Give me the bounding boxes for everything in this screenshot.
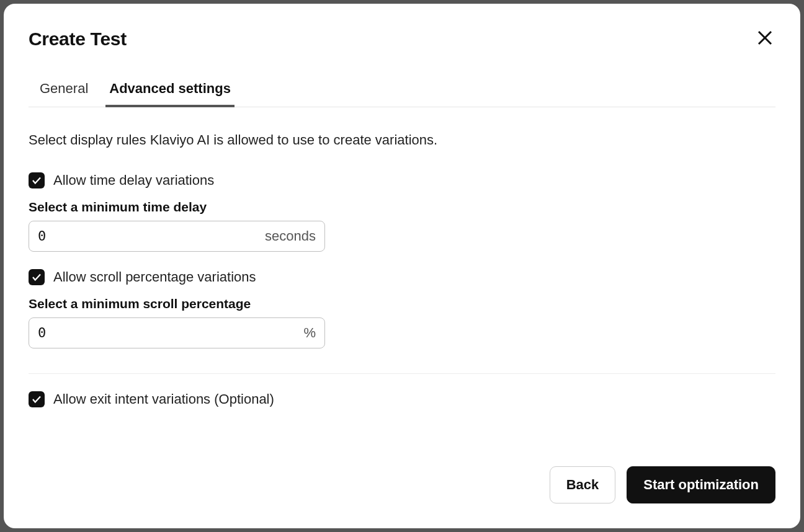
time-delay-suffix: seconds bbox=[259, 221, 324, 251]
tabs: General Advanced settings bbox=[29, 81, 775, 107]
check-icon bbox=[31, 175, 42, 186]
modal-title: Create Test bbox=[29, 29, 127, 50]
tab-general[interactable]: General bbox=[40, 81, 88, 107]
time-delay-checkbox-row: Allow time delay variations bbox=[29, 172, 775, 188]
start-optimization-button[interactable]: Start optimization bbox=[627, 466, 775, 503]
exit-intent-checkbox[interactable] bbox=[29, 391, 45, 407]
back-button[interactable]: Back bbox=[550, 466, 616, 503]
time-delay-input-group: seconds bbox=[29, 221, 325, 252]
tab-advanced-settings[interactable]: Advanced settings bbox=[109, 81, 231, 107]
scroll-suffix: % bbox=[297, 318, 324, 348]
modal-header: Create Test bbox=[29, 27, 775, 50]
scroll-field-label: Select a minimum scroll percentage bbox=[29, 296, 775, 311]
modal-footer: Back Start optimization bbox=[29, 466, 775, 503]
exit-intent-checkbox-label[interactable]: Allow exit intent variations (Optional) bbox=[53, 391, 274, 407]
scroll-checkbox[interactable] bbox=[29, 269, 45, 285]
check-icon bbox=[31, 394, 42, 405]
time-delay-checkbox-label[interactable]: Allow time delay variations bbox=[53, 172, 214, 188]
exit-intent-checkbox-row: Allow exit intent variations (Optional) bbox=[29, 391, 775, 407]
time-delay-checkbox[interactable] bbox=[29, 172, 45, 188]
scroll-checkbox-row: Allow scroll percentage variations bbox=[29, 269, 775, 285]
modal-content: Select display rules Klaviyo AI is allow… bbox=[29, 107, 775, 466]
close-icon bbox=[756, 29, 774, 47]
scroll-checkbox-label[interactable]: Allow scroll percentage variations bbox=[53, 269, 256, 285]
time-delay-field-label: Select a minimum time delay bbox=[29, 200, 775, 215]
time-delay-input[interactable] bbox=[29, 221, 259, 251]
description-text: Select display rules Klaviyo AI is allow… bbox=[29, 131, 775, 150]
close-button[interactable] bbox=[754, 27, 775, 48]
divider bbox=[29, 373, 775, 374]
scroll-input[interactable] bbox=[29, 318, 297, 348]
check-icon bbox=[31, 272, 42, 283]
scroll-input-group: % bbox=[29, 317, 325, 348]
create-test-modal: Create Test General Advanced settings Se… bbox=[4, 4, 800, 528]
